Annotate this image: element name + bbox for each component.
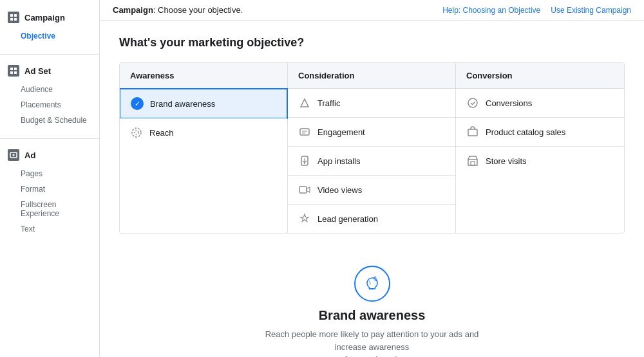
svg-rect-15 (299, 187, 307, 193)
sidebar-section-ad: Ad Pages Format Fullscreen Experience Te… (0, 144, 99, 237)
svg-rect-0 (10, 14, 13, 17)
sidebar-item-placements[interactable]: Placements (19, 97, 99, 113)
engagement-icon (298, 125, 311, 138)
video-views-label: Video views (317, 185, 362, 195)
svg-rect-5 (14, 68, 17, 70)
check-circle-icon: ✓ (131, 97, 144, 110)
svg-rect-18 (471, 161, 475, 165)
svg-marker-11 (301, 99, 308, 107)
product-catalog-icon (466, 125, 479, 138)
app-installs-icon (298, 154, 311, 167)
sidebar-ad-label: Ad (24, 151, 35, 160)
reach-label: Reach (149, 128, 174, 138)
adset-icon (8, 65, 19, 77)
sidebar-item-fullscreen[interactable]: Fullscreen Experience (19, 197, 99, 221)
adset-sub-items: Audience Placements Budget & Schedule (0, 82, 99, 128)
campaign-icon (8, 12, 19, 23)
product-catalog-label: Product catalog sales (486, 127, 565, 137)
sidebar-adset-label: Ad Set (24, 66, 51, 76)
sidebar-item-budget[interactable]: Budget & Schedule (19, 113, 99, 128)
svg-rect-3 (14, 18, 17, 21)
brand-section-title: Brand awareness (119, 308, 625, 323)
svg-point-10 (135, 131, 138, 134)
app-installs-item[interactable]: App installs (288, 147, 455, 176)
brand-awareness-label: Brand awareness (150, 99, 215, 109)
sidebar-item-text[interactable]: Text (19, 221, 99, 237)
conversion-column: Conversion Conversions (456, 63, 624, 233)
video-views-item[interactable]: Video views (288, 176, 455, 205)
consideration-header: Consideration (288, 63, 455, 89)
brand-section: Brand awareness Reach people more likely… (119, 253, 625, 357)
sidebar-section-campaign: Campaign Objective (0, 6, 99, 44)
conversion-header: Conversion (456, 63, 624, 89)
video-views-icon (298, 183, 311, 196)
awareness-header: Awareness (120, 63, 287, 89)
brand-section-description: Reach people more likely to pay attentio… (250, 328, 495, 357)
svg-rect-17 (468, 129, 477, 136)
sidebar-campaign-label: Campaign (24, 13, 65, 23)
svg-rect-1 (14, 14, 17, 17)
app-installs-label: App installs (317, 156, 360, 166)
conversions-label: Conversions (486, 98, 532, 108)
svg-rect-2 (10, 18, 13, 21)
sidebar-adset-title[interactable]: Ad Set (0, 60, 99, 82)
store-visits-item[interactable]: Store visits (456, 147, 624, 175)
use-existing-link[interactable]: Use Existing Campaign (551, 6, 631, 15)
sidebar-item-pages[interactable]: Pages (19, 166, 99, 181)
brand-awareness-item[interactable]: ✓ Brand awareness (119, 88, 288, 119)
top-bar-title-suffix: : Choose your objective. (153, 5, 243, 15)
reach-item[interactable]: Reach (120, 118, 287, 147)
store-visits-icon (466, 154, 479, 167)
svg-rect-7 (14, 71, 17, 74)
traffic-icon (298, 96, 311, 109)
brand-awareness-icon: ✓ (131, 97, 144, 110)
sidebar-campaign-title[interactable]: Campaign (0, 6, 99, 28)
product-catalog-item[interactable]: Product catalog sales (456, 118, 624, 147)
conversions-item[interactable]: Conversions (456, 89, 624, 118)
top-bar: Campaign: Choose your objective. Help: C… (100, 0, 644, 21)
sidebar-section-adset: Ad Set Audience Placements Budget & Sche… (0, 60, 99, 128)
help-link[interactable]: Help: Choosing an Objective (442, 6, 540, 15)
sidebar-divider-1 (0, 54, 99, 55)
campaign-sub-items: Objective (0, 28, 99, 44)
consideration-column: Consideration Traffic (288, 63, 456, 233)
svg-rect-6 (10, 71, 13, 74)
main-content: Campaign: Choose your objective. Help: C… (100, 0, 644, 357)
top-bar-title-bold: Campaign (113, 5, 153, 15)
sidebar: Campaign Objective Ad Set Audience Place… (0, 0, 100, 357)
svg-point-16 (468, 98, 477, 107)
sidebar-item-audience[interactable]: Audience (19, 82, 99, 97)
traffic-label: Traffic (317, 98, 340, 108)
objectives-grid: Awareness ✓ Brand awareness (119, 62, 625, 233)
page-title: What's your marketing objective? (119, 36, 625, 50)
lead-generation-item[interactable]: Lead generation (288, 205, 455, 233)
brand-awareness-circle-icon (354, 266, 390, 302)
engagement-item[interactable]: Engagement (288, 118, 455, 147)
lead-generation-icon (298, 212, 311, 225)
store-visits-label: Store visits (486, 156, 527, 166)
top-bar-links: Help: Choosing an Objective Use Existing… (442, 6, 631, 15)
sidebar-ad-title[interactable]: Ad (0, 144, 99, 166)
sidebar-item-format[interactable]: Format (19, 181, 99, 197)
traffic-item[interactable]: Traffic (288, 89, 455, 118)
lead-generation-label: Lead generation (317, 214, 378, 224)
svg-point-9 (132, 128, 141, 137)
svg-rect-4 (10, 68, 13, 70)
svg-rect-12 (300, 129, 309, 135)
awareness-column: Awareness ✓ Brand awareness (120, 63, 288, 233)
top-bar-title: Campaign: Choose your objective. (113, 5, 243, 15)
ad-icon (8, 149, 19, 161)
sidebar-divider-2 (0, 138, 99, 139)
ad-sub-items: Pages Format Fullscreen Experience Text (0, 166, 99, 237)
reach-icon (130, 126, 143, 139)
content-area: What's your marketing objective? Awarene… (100, 21, 644, 357)
conversions-icon (466, 96, 479, 109)
sidebar-item-objective[interactable]: Objective (19, 28, 99, 44)
engagement-label: Engagement (317, 127, 365, 137)
